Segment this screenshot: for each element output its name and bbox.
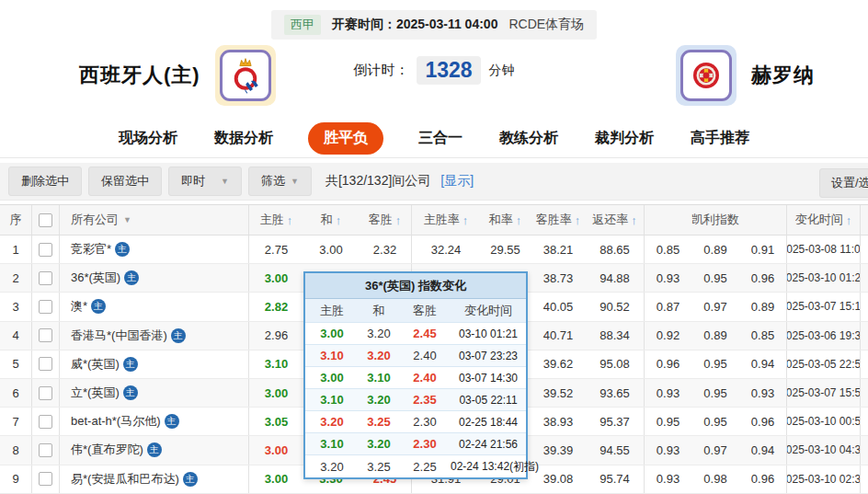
sort-up-icon: ↑ <box>516 213 522 227</box>
company-name: 伟*(直布罗陀) <box>71 442 143 458</box>
main-company-icon: 主 <box>183 472 198 487</box>
draw-odds: 3.00 <box>303 236 359 263</box>
col-away-rate[interactable]: 客胜率↑ <box>531 205 586 235</box>
company-name: 竞彩官* <box>71 241 111 258</box>
select-all-checkbox[interactable] <box>39 213 52 227</box>
sort-up-icon: ↑ <box>395 213 402 227</box>
company-name: bet-at-h*(马尔他) <box>71 413 161 430</box>
kelly-draw: 0.98 <box>691 465 739 493</box>
main-company-icon: 主 <box>123 357 138 372</box>
row-checkbox[interactable] <box>39 386 52 400</box>
col-draw-rate[interactable]: 和率↑ <box>480 205 531 235</box>
company-name: 威*(英国) <box>71 356 120 373</box>
kelly-away: 0.94 <box>739 436 786 464</box>
settings-select-button[interactable]: 设置/选择 <box>819 168 868 198</box>
popup-time: 02-25 18:44 <box>451 416 526 429</box>
col-away-rate-label: 客胜率 <box>536 212 572 228</box>
header-stub-cell <box>860 205 868 235</box>
filter-dropdown[interactable]: 筛选▼ <box>248 167 312 196</box>
col-home-rate[interactable]: 主胜率↑ <box>411 205 480 235</box>
tab-three-in-one[interactable]: 三合一 <box>417 123 464 154</box>
row-checkbox[interactable] <box>39 328 52 342</box>
tab-referee-analysis[interactable]: 裁判分析 <box>593 123 656 154</box>
kelly-away: 0.89 <box>739 293 786 320</box>
tab-expert-picks[interactable]: 高手推荐 <box>689 123 751 154</box>
col-away-win[interactable]: 客胜↑ <box>359 205 411 235</box>
popup-row: 3.20 3.25 2.30 02-25 18:44 <box>305 411 526 433</box>
show-link[interactable]: [显示] <box>440 173 474 190</box>
popup-draw: 3.25 <box>359 415 399 429</box>
league-badge: 西甲 <box>284 15 321 35</box>
row-checkbox[interactable] <box>39 443 52 457</box>
kelly-away: 0.85 <box>739 322 786 350</box>
tab-coach-analysis[interactable]: 教练分析 <box>497 123 560 154</box>
row-checkbox-cell <box>31 379 59 407</box>
row-checkbox[interactable] <box>39 357 52 371</box>
row-stub-cell <box>860 293 868 320</box>
away-team-badge <box>676 45 737 106</box>
company-cell: 伟*(直布罗陀)主 <box>59 436 248 464</box>
company-cell: 威*(英国)主 <box>59 350 248 378</box>
popup-row: 3.10 3.20 2.40 03-07 23:23 <box>305 345 526 367</box>
popup-title: 36*(英国) 指数变化 <box>305 273 526 299</box>
home-win-odds: 3.00 <box>248 465 303 493</box>
col-change-time[interactable]: 变化时间↑ <box>786 205 860 235</box>
odds-table-header: 序 所有公司▼ 主胜↑ 和↑ 客胜↑ 主胜率↑ 和率↑ 客胜率↑ 返还率↑ 凯利… <box>0 204 868 236</box>
popup-away-win: 2.30 <box>399 415 451 429</box>
venue-label: RCDE体育场 <box>508 17 584 33</box>
main-company-icon: 主 <box>124 270 139 285</box>
chevron-down-icon: ▼ <box>291 177 299 186</box>
popup-row: 3.00 3.20 2.45 03-10 01:21 <box>305 323 526 345</box>
company-name: 易*(安提瓜和巴布达) <box>71 471 179 488</box>
col-return-rate[interactable]: 返还率↑ <box>586 205 644 235</box>
team-header: 西班牙人(主) 倒计时： 1 <box>0 41 868 115</box>
home-win-odds: 2.82 <box>248 293 303 320</box>
row-checkbox[interactable] <box>39 472 52 486</box>
kelly-away: 0.93 <box>739 379 786 407</box>
row-stub-cell <box>860 436 868 464</box>
col-draw[interactable]: 和↑ <box>303 205 359 235</box>
col-draw-rate-label: 和率 <box>489 212 513 228</box>
sort-up-icon: ↑ <box>336 213 342 227</box>
kelly-draw: 0.89 <box>691 322 739 350</box>
header-checkbox-cell <box>31 205 59 235</box>
popup-draw: 3.20 <box>359 437 399 451</box>
kickoff-label: 开赛时间： <box>332 17 396 31</box>
sort-up-icon: ↑ <box>631 213 637 227</box>
delete-selected-button[interactable]: 删除选中 <box>8 167 82 196</box>
return-rate: 94.55 <box>586 436 644 464</box>
filter-dropdown-label: 筛选 <box>261 173 285 190</box>
table-row[interactable]: 1 竞彩官*主 2.75 3.00 2.32 32.24 29.55 38.21… <box>0 236 868 264</box>
row-checkbox[interactable] <box>39 300 52 314</box>
popup-draw: 3.25 <box>359 460 399 474</box>
tab-live-analysis[interactable]: 现场分析 <box>117 123 179 154</box>
keep-selected-button[interactable]: 保留选中 <box>88 167 162 196</box>
return-rate: 88.34 <box>586 322 644 350</box>
popup-time: 03-07 23:23 <box>451 350 526 362</box>
kelly-draw: 0.95 <box>691 264 739 292</box>
row-checkbox-cell <box>31 236 59 263</box>
return-rate: 94.88 <box>586 264 644 292</box>
tab-win-draw-lose[interactable]: 胜平负 <box>308 122 383 155</box>
popup-away-win: 2.35 <box>399 393 451 407</box>
popup-home-win: 3.00 <box>305 371 359 385</box>
row-checkbox[interactable] <box>39 243 52 257</box>
col-company-label: 所有公司 <box>71 212 119 228</box>
popup-row: 3.10 3.20 2.35 03-05 22:11 <box>305 389 526 411</box>
row-checkbox[interactable] <box>39 415 52 429</box>
row-checkbox[interactable] <box>39 271 52 285</box>
kelly-draw: 0.95 <box>691 350 739 378</box>
company-name: 澳* <box>71 298 87 315</box>
change-time: 2025-03-07 15:19 <box>786 293 860 320</box>
away-win-rate: 38.21 <box>531 236 586 263</box>
row-index: 9 <box>0 465 31 493</box>
instant-dropdown[interactable]: 即时▼ <box>168 167 242 196</box>
col-company[interactable]: 所有公司▼ <box>59 205 248 235</box>
popup-time: 03-05 22:11 <box>451 394 526 407</box>
company-count-text: 共[132/132]间公司 <box>326 173 430 190</box>
row-index: 3 <box>0 293 31 320</box>
main-company-icon: 主 <box>165 414 179 429</box>
tab-data-analysis[interactable]: 数据分析 <box>212 123 275 154</box>
col-home-win[interactable]: 主胜↑ <box>248 205 303 235</box>
popup-header-row: 主胜 和 客胜 变化时间 <box>305 299 526 323</box>
